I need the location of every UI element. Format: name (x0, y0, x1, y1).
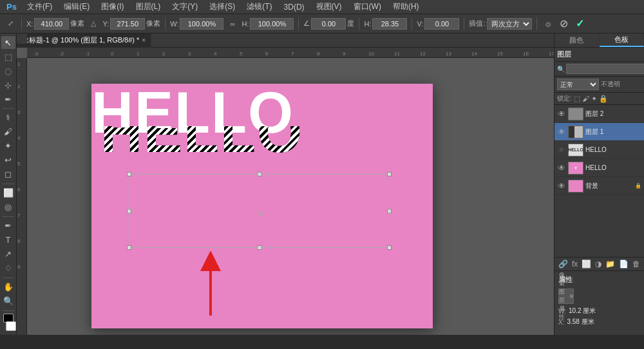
layer-eye-hello-text[interactable]: 👁 (557, 164, 566, 173)
layer-row-2[interactable]: 👁 图层 2 (554, 105, 644, 123)
lock-label: 锁定: (557, 94, 572, 103)
background-color[interactable] (6, 321, 16, 331)
tool-stamp[interactable]: ✦ (1, 140, 15, 153)
menu-window[interactable]: 窗口(W) (348, 0, 386, 14)
menu-filter[interactable]: 滤镜(T) (242, 0, 277, 14)
new-layer-btn[interactable]: 📄 (619, 259, 629, 269)
tool-eraser[interactable]: ◻ (1, 168, 15, 181)
layer-eye-hello-smart[interactable]: 👁 (557, 146, 566, 155)
blend-mode-select[interactable]: 正常 溶解 正片叠底 (557, 79, 599, 90)
layer-thumb-hello-text: T (568, 162, 583, 174)
tool-move[interactable]: ↖ (1, 36, 15, 49)
canvas-tab-label: 未标题-1 @ 100% (图层 1, RGB/8#) * (22, 35, 139, 45)
layer-row-bg[interactable]: 👁 背景 🔒 (554, 177, 644, 195)
lock-transparent-icon[interactable]: ⬚ (574, 95, 580, 103)
y-unit: 像素 (146, 19, 160, 28)
menu-file[interactable]: 文件(F) (22, 0, 57, 14)
w-input[interactable] (180, 18, 223, 30)
menu-layer[interactable]: 图层(L) (131, 0, 166, 14)
tool-shape[interactable]: ♢ (1, 262, 15, 275)
layer-eye-1[interactable]: 👁 (557, 127, 566, 137)
link-icon: △ (87, 17, 100, 30)
lock-bar: 锁定: ⬚ 🖌 ✦ 🔒 (554, 93, 644, 105)
canvas-tab-close[interactable]: × (142, 37, 146, 44)
ps-logo: Ps (3, 2, 21, 12)
h2-input[interactable] (372, 18, 407, 30)
tool-marquee[interactable]: ⬚ (1, 50, 15, 63)
layers-search-bar: 🔍 ⚙ + (554, 62, 644, 77)
prop-w-value: 10.2 厘米 (569, 307, 596, 316)
properties-icon: 像素图层属性 (558, 288, 574, 304)
tool-lasso[interactable]: ◌ (1, 64, 15, 77)
tool-heal[interactable]: ⚕ (1, 111, 15, 124)
menu-image[interactable]: 图像(I) (96, 0, 129, 14)
layers-search-input[interactable] (566, 64, 644, 74)
panel-tabs: 颜色 色板 (554, 33, 644, 48)
interp-select[interactable]: 两次立方 两次线性 邻近 (487, 18, 532, 30)
layer-row-hello-smart[interactable]: 👁 HELLO HELLO (554, 141, 644, 159)
layer-eye-2[interactable]: 👁 (557, 109, 566, 118)
tool-hand[interactable]: ✋ (1, 281, 15, 294)
tool-path[interactable]: ↗ (1, 248, 15, 261)
tool-gradient[interactable]: ⬜ (1, 187, 15, 200)
tool-blur[interactable]: ◎ (1, 201, 15, 214)
lock-all-icon[interactable]: 🔒 (599, 95, 608, 103)
x-input[interactable] (34, 18, 69, 30)
tool-crop[interactable]: ⊹ (1, 79, 15, 91)
h-field: H: (242, 18, 294, 30)
handle-bm[interactable] (257, 245, 261, 250)
menu-view[interactable]: 视图(V) (311, 0, 347, 14)
handle-tl[interactable] (127, 172, 131, 176)
tool-pen[interactable]: ✒ (1, 220, 15, 232)
tool-text[interactable]: T (1, 234, 15, 247)
y-input[interactable] (110, 18, 145, 30)
tab-swatch[interactable]: 色板 (600, 33, 645, 47)
layer-row-1[interactable]: 👁 图层 1 (554, 123, 644, 141)
v-field: V: (417, 18, 459, 30)
handle-br[interactable] (387, 245, 392, 250)
menu-help[interactable]: 帮助(H) (388, 0, 424, 14)
tool-history[interactable]: ↩ (1, 154, 15, 167)
handle-center: ✛ (257, 209, 261, 213)
mask-btn[interactable]: ⬜ (582, 259, 591, 269)
menu-text[interactable]: 文字(Y) (167, 0, 203, 14)
adj-btn[interactable]: ◑ (595, 259, 601, 269)
cancel-transform-button[interactable]: ⊘ (557, 16, 571, 31)
menu-3d[interactable]: 3D(D) (279, 1, 310, 13)
angle-icon: ∠ (303, 19, 310, 28)
handle-mr[interactable] (387, 209, 392, 213)
lock-position-icon[interactable]: ✦ (591, 95, 597, 103)
w-label: W: (170, 20, 178, 28)
tool-eyedropper[interactable]: ✒ (1, 93, 15, 106)
folder-btn[interactable]: 📁 (605, 259, 615, 269)
canvas-area: 未标题-1 @ 100% (图层 1, RGB/8#) * × -3 -2 -1… (17, 33, 554, 335)
main-content: ↖ ⬚ ◌ ⊹ ✒ ⚕ 🖌 ✦ ↩ ◻ ⬜ ◎ ✒ T ↗ ♢ ✋ 🔍 未标题-… (0, 33, 644, 335)
menu-select[interactable]: 选择(S) (204, 0, 240, 14)
layer-eye-bg[interactable]: 👁 (557, 182, 566, 191)
handle-ml[interactable] (127, 209, 131, 213)
menu-edit[interactable]: 编辑(E) (59, 0, 95, 14)
lock-image-icon[interactable]: 🖌 (582, 95, 589, 102)
confirm-transform-button[interactable]: ✓ (573, 16, 587, 31)
tool-zoom[interactable]: 🔍 (1, 295, 15, 308)
angle-input[interactable] (311, 18, 346, 30)
ruler-top: -3 -2 -1 0 1 2 3 4 5 6 7 8 9 10 (27, 48, 554, 58)
tab-color[interactable]: 颜色 (554, 33, 600, 47)
h-input[interactable] (250, 18, 294, 30)
layer-name-2: 图层 2 (585, 109, 641, 118)
v-input[interactable] (424, 18, 459, 30)
tool-brush[interactable]: 🖌 (1, 126, 15, 138)
properties-title: 属性 (558, 275, 640, 285)
handle-bl[interactable] (127, 245, 131, 250)
link-layers-btn[interactable]: 🔗 (558, 259, 568, 269)
layer-row-hello-text[interactable]: 👁 T HELLO (554, 159, 644, 177)
handle-tr[interactable] (387, 172, 392, 176)
layer-name-bg: 背景 (585, 182, 633, 191)
canvas-tab[interactable]: 未标题-1 @ 100% (图层 1, RGB/8#) * × (17, 33, 151, 48)
svg-rect-3 (571, 295, 573, 297)
search-icon: 🔍 (557, 66, 565, 73)
x-unit: 像素 (70, 19, 84, 28)
delete-layer-btn[interactable]: 🗑 (632, 259, 640, 269)
fx-btn[interactable]: fx (572, 259, 578, 269)
handle-tm[interactable] (257, 172, 261, 176)
